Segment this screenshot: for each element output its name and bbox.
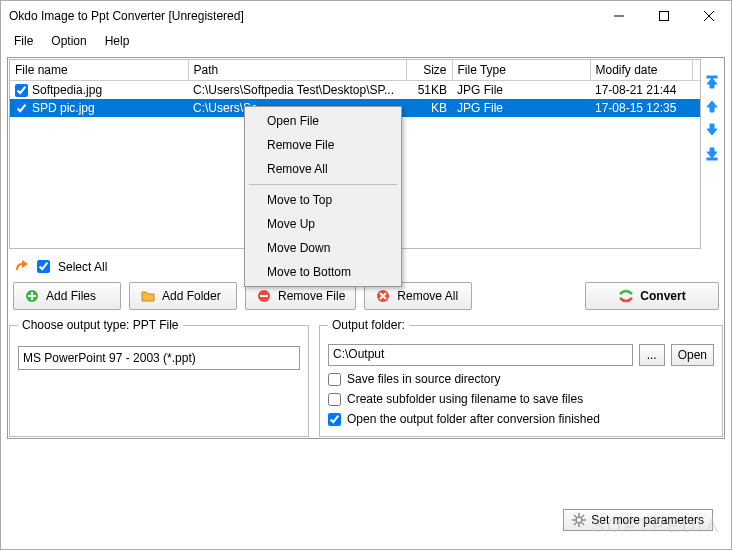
opt-subfolder-checkbox[interactable] [328,393,341,406]
window-controls [596,1,731,31]
output-type-select[interactable]: MS PowerPoint 97 - 2003 (*.ppt) [18,346,300,370]
row-checkbox[interactable] [15,84,28,97]
svg-marker-7 [707,124,717,135]
plus-icon [24,288,40,304]
col-header-path[interactable]: Path [188,60,406,81]
opt-open-after-label: Open the output folder after conversion … [347,412,600,426]
output-folder-group: Output folder: C:\Output ... Open Save f… [319,318,723,437]
opt-source-label: Save files in source directory [347,372,500,386]
col-header-name[interactable]: File name [10,60,188,81]
svg-line-24 [582,523,584,525]
row-type: JPG File [452,81,590,100]
svg-marker-5 [707,78,717,88]
svg-line-23 [574,515,576,517]
svg-rect-1 [659,12,668,21]
menu-file[interactable]: File [6,32,41,50]
row-modify: 17-08-21 21:44 [590,81,692,100]
minus-icon [256,288,272,304]
row-path: C:\Users\Softpedia Test\Desktop\SP... [188,81,406,100]
reorder-arrows [701,59,723,249]
output-panels: Choose output type: PPT File MS PowerPoi… [9,318,723,437]
col-header-size[interactable]: Size [406,60,452,81]
table-row[interactable]: Softpedia.jpgC:\Users\Softpedia Test\Des… [10,81,700,100]
row-size: KB [406,99,452,117]
browse-button[interactable]: ... [639,344,665,366]
svg-marker-6 [707,101,717,112]
output-folder-legend: Output folder: [328,318,409,332]
opt-open-after-checkbox[interactable] [328,413,341,426]
row-modify: 17-08-15 12:35 [590,99,692,117]
menu-bar: File Option Help [1,31,731,51]
col-header-type[interactable]: File Type [452,60,590,81]
open-folder-button[interactable]: Open [671,344,714,366]
col-header-spacer [692,60,700,81]
svg-line-26 [574,523,576,525]
cm-separator [249,184,397,185]
add-folder-button[interactable]: Add Folder [129,282,237,310]
up-arrow-icon [13,257,29,276]
svg-marker-8 [707,148,717,158]
cm-move-up[interactable]: Move Up [247,212,399,236]
set-more-parameters-button[interactable]: Set more parameters [563,509,713,531]
svg-line-25 [582,515,584,517]
cm-move-down[interactable]: Move Down [247,236,399,260]
output-type-legend: Choose output type: PPT File [18,318,183,332]
row-name: Softpedia.jpg [32,83,102,97]
maximize-button[interactable] [641,1,686,31]
select-all-label: Select All [58,260,107,274]
move-down-icon[interactable] [703,121,721,139]
output-type-group: Choose output type: PPT File MS PowerPoi… [9,318,309,437]
menu-help[interactable]: Help [97,32,138,50]
minimize-button[interactable] [596,1,641,31]
add-folder-label: Add Folder [162,289,221,303]
table-header-row: File name Path Size File Type Modify dat… [10,60,700,81]
row-checkbox[interactable] [15,102,28,115]
move-up-icon[interactable] [703,97,721,115]
remove-all-label: Remove All [397,289,458,303]
opt-subfolder-label: Create subfolder using filename to save … [347,392,583,406]
select-all-checkbox[interactable] [37,260,50,273]
output-type-value: MS PowerPoint 97 - 2003 (*.ppt) [23,351,196,365]
convert-label: Convert [640,289,685,303]
gear-icon [572,513,586,527]
cm-remove-file[interactable]: Remove File [247,133,399,157]
convert-button[interactable]: Convert [585,282,719,310]
move-bottom-icon[interactable] [703,145,721,163]
remove-file-label: Remove File [278,289,345,303]
move-top-icon[interactable] [703,73,721,91]
add-files-button[interactable]: Add Files [13,282,121,310]
add-files-label: Add Files [46,289,96,303]
col-header-modify[interactable]: Modify date [590,60,692,81]
svg-point-18 [576,517,582,523]
menu-option[interactable]: Option [43,32,94,50]
set-params-label: Set more parameters [591,513,704,527]
row-name: SPD pic.jpg [32,101,95,115]
row-size: 51KB [406,81,452,100]
close-button[interactable] [686,1,731,31]
x-icon [375,288,391,304]
convert-icon [618,288,634,304]
context-menu: Open File Remove File Remove All Move to… [244,106,402,287]
cm-move-bottom[interactable]: Move to Bottom [247,260,399,284]
cm-open-file[interactable]: Open File [247,109,399,133]
folder-icon [140,288,156,304]
output-folder-input[interactable]: C:\Output [328,344,633,366]
cm-move-top[interactable]: Move to Top [247,188,399,212]
row-type: JPG File [452,99,590,117]
opt-source-checkbox[interactable] [328,373,341,386]
svg-rect-9 [707,158,717,160]
title-bar: Okdo Image to Ppt Converter [Unregistere… [1,1,731,31]
cm-remove-all[interactable]: Remove All [247,157,399,181]
window-title: Okdo Image to Ppt Converter [Unregistere… [9,9,596,23]
